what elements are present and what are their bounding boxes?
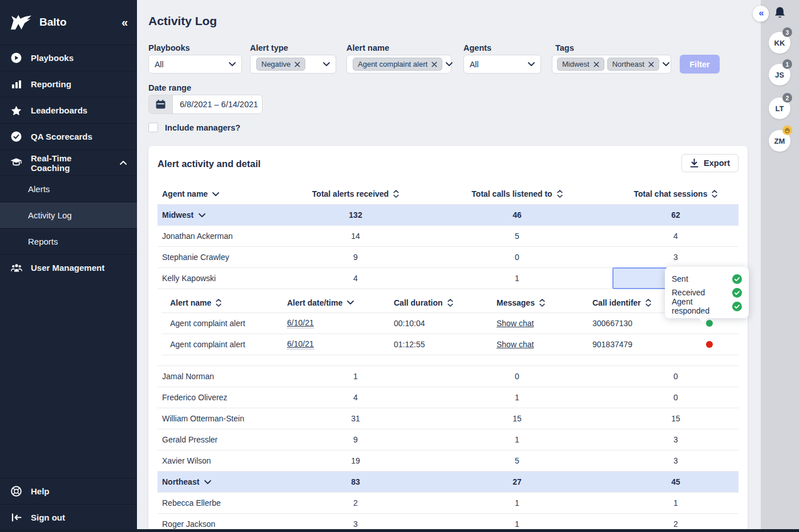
agent-row-frederico-oliverez[interactable]: Frederico Oliverez410: [158, 387, 739, 408]
rail-collapse-button[interactable]: «: [753, 6, 769, 22]
right-rail: « KK3JS1LT2ZM: [761, 0, 799, 532]
column-header-label: Alert name: [170, 298, 211, 307]
tags-chips: MidwestNortheast: [557, 58, 659, 71]
user-avatar-lt[interactable]: LT2: [769, 98, 790, 119]
sidebar-item-leaderboards[interactable]: Leaderboards: [0, 97, 137, 123]
calendar-icon[interactable]: [149, 95, 173, 113]
chip-remove-icon[interactable]: [594, 62, 599, 67]
sidebar-item-reporting[interactable]: Reporting: [0, 71, 137, 97]
user-avatar-zm[interactable]: ZM: [769, 130, 790, 152]
detail-header-row: Alert nameAlert date/timeCall durationMe…: [162, 293, 739, 313]
alert-datetime-link[interactable]: 6/10/21: [287, 339, 314, 350]
agents-select-value: All: [470, 60, 479, 69]
page-title: Activity Log: [148, 14, 217, 28]
alert-type-select[interactable]: Negative: [250, 55, 336, 74]
row-name-label: Rebecca Ellerbe: [162, 498, 221, 507]
sort-chevron-down-icon: [347, 300, 354, 304]
cell-chats: 4: [599, 232, 739, 241]
avatar-initials: ZM: [774, 137, 785, 145]
sidebar-item-user-management[interactable]: User Management: [0, 254, 137, 281]
chevron-down-icon: [323, 62, 330, 66]
card-header: Alert activity and detail Export: [148, 146, 748, 172]
detail-column-header-alert-name[interactable]: Alert name: [162, 298, 279, 307]
chip-remove-icon[interactable]: [431, 62, 437, 67]
sidebar-item-help[interactable]: Help: [0, 478, 137, 504]
sidebar-item-sign-out[interactable]: Sign out: [0, 504, 137, 530]
detail-column-header-alert-date-time[interactable]: Alert date/time: [279, 298, 385, 307]
sidebar-item-playbooks[interactable]: Playbooks: [0, 44, 137, 71]
cell-alerts: 4: [276, 274, 435, 283]
column-header-agent-name[interactable]: Agent name: [158, 189, 276, 198]
popover-item-sent: Sent: [672, 272, 742, 286]
sidebar-collapse-icon[interactable]: «: [122, 16, 127, 29]
sidebar-item-label: QA Scorecards: [31, 132, 92, 141]
show-chat-link[interactable]: Show chat: [497, 319, 534, 328]
call-identifier: 300667130: [584, 319, 680, 328]
column-header-total-chat-sessions[interactable]: Total chat sessions: [599, 189, 739, 198]
notification-bell-icon[interactable]: [774, 6, 786, 19]
agent-name: Kelly Kapowski: [158, 274, 276, 283]
row-name-label: Kelly Kapowski: [162, 274, 216, 283]
agent-name: Roger Jackson: [158, 519, 276, 529]
include-managers-checkbox[interactable]: [148, 123, 158, 132]
date-range-input[interactable]: 6/8/2021 – 6/14/2021: [148, 95, 263, 114]
agent-row-jonathan-ackerman[interactable]: Jonathan Ackerman1454: [158, 225, 739, 246]
sidebar-item-qa-scorecards[interactable]: QA Scorecards: [0, 123, 137, 149]
group-row-northeast[interactable]: Northeast832745: [158, 471, 739, 492]
column-header-total-alerts-received[interactable]: Total alerts received: [276, 189, 435, 198]
agent-row-xavier-wilson[interactable]: Xavier Wilson1953: [158, 450, 739, 471]
cell-calls: 1: [435, 393, 599, 402]
user-avatar-js[interactable]: JS1: [769, 64, 790, 86]
detail-row[interactable]: Agent complaint alert6/10/2100:10:04Show…: [162, 313, 739, 334]
tags-select[interactable]: MidwestNortheast: [552, 55, 671, 74]
chevron-up-icon: [120, 161, 127, 165]
sidebar-item-activity-log[interactable]: Activity Log: [0, 202, 137, 228]
filter-chip-agent-complaint-alert[interactable]: Agent complaint alert: [353, 58, 442, 71]
chip-label: Agent complaint alert: [358, 60, 427, 68]
tags-filter-label: Tags: [555, 43, 574, 52]
export-button[interactable]: Export: [681, 154, 739, 172]
wave-badge: [782, 125, 792, 135]
sidebar-item-reports[interactable]: Reports: [0, 228, 137, 254]
cell-calls: 1: [435, 519, 599, 529]
agent-row-jamal-norman[interactable]: Jamal Norman100: [158, 366, 739, 387]
alert-name-select[interactable]: Agent complaint alert: [346, 55, 451, 74]
group-expand-chevron-icon[interactable]: [199, 213, 205, 217]
detail-column-header-call-duration[interactable]: Call duration: [385, 298, 488, 307]
chip-label: Midwest: [562, 60, 590, 68]
user-avatar-kk[interactable]: KK3: [769, 32, 790, 54]
cell-chats: 3: [599, 435, 739, 444]
alert-datetime-link[interactable]: 6/10/21: [287, 318, 314, 328]
show-chat-link[interactable]: Show chat: [497, 340, 534, 349]
sidebar-item-label: Alerts: [28, 184, 50, 194]
agent-row-stephanie-crawley[interactable]: Stephanie Crawley903: [158, 246, 739, 267]
filter-chip-midwest[interactable]: Midwest: [557, 58, 604, 71]
group-expand-chevron-icon[interactable]: [204, 480, 211, 484]
filter-button[interactable]: Filter: [680, 55, 720, 74]
agent-row-william-otterman-stein[interactable]: William Otterman-Stein311515: [158, 408, 739, 429]
column-header-total-calls-listened-to[interactable]: Total calls listened to: [435, 189, 599, 198]
group-row-midwest[interactable]: Midwest1324662: [158, 204, 739, 225]
agent-row-gerald-pressler[interactable]: Gerald Pressler913: [158, 429, 739, 450]
playbooks-select[interactable]: All: [148, 55, 242, 74]
popover-item-label: Sent: [672, 274, 688, 283]
chip-remove-icon[interactable]: [294, 62, 300, 67]
agent-name: Jonathan Ackerman: [158, 232, 276, 241]
cell-chats: 3: [599, 456, 739, 465]
chip-remove-icon[interactable]: [648, 62, 654, 67]
sort-updown-icon: [712, 190, 717, 198]
detail-column-header-messages[interactable]: Messages: [488, 298, 584, 307]
sidebar-item-alerts[interactable]: Alerts: [0, 176, 137, 202]
agent-row-kelly-kapowski[interactable]: Kelly Kapowski41: [158, 267, 739, 289]
detail-row[interactable]: Agent complaint alert6/10/2101:12:55Show…: [162, 334, 739, 355]
sidebar-item-real-time-coaching[interactable]: Real-Time Coaching: [0, 149, 137, 176]
agent-row-rebecca-ellerbe[interactable]: Rebecca Ellerbe211: [158, 492, 739, 513]
agent-activity-table: Agent nameTotal alerts receivedTotal cal…: [158, 184, 739, 532]
agents-select[interactable]: All: [463, 55, 541, 74]
users-icon: [10, 263, 22, 272]
chevron-down-icon: [528, 62, 535, 66]
row-name-label: Stephanie Crawley: [162, 253, 229, 262]
agents-filter-label: Agents: [463, 43, 491, 52]
filter-chip-northeast[interactable]: Northeast: [607, 58, 659, 71]
filter-chip-negative[interactable]: Negative: [256, 58, 305, 71]
